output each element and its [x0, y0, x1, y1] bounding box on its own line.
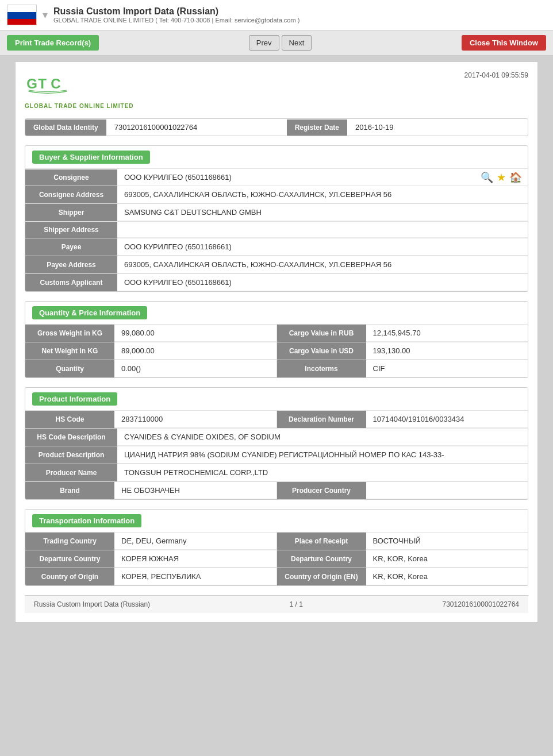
producer-name-value: TONGSUH PETROCHEMICAL CORP.,LTD — [117, 464, 528, 481]
product-desc-value: ЦИАНИД НАТРИЯ 98% (SODIUM CYANIDE) РЕГИС… — [117, 446, 528, 464]
product-desc-label: Product Description — [25, 446, 117, 464]
payee-address-row: Payee Address 693005, САХАЛИНСКАЯ ОБЛАСТ… — [25, 256, 528, 273]
customs-applicant-row: Customs Applicant ООО КУРИЛГЕО (65011686… — [25, 273, 528, 291]
gross-cargo-rub-row: Gross Weight in KG 99,080.00 Cargo Value… — [25, 324, 528, 342]
toolbar-left: Print Trade Record(s) — [7, 35, 99, 51]
doc-datetime: 2017-04-01 09:55:59 — [464, 71, 528, 79]
payee-address-label: Payee Address — [25, 256, 117, 273]
hs-code-desc-label: HS Code Description — [25, 429, 117, 446]
country-origin-row: Country of Origin КОРЕЯ, РЕСПУБЛИКА Coun… — [25, 568, 528, 585]
footer-bar: Russia Custom Import Data (Russian) 1 / … — [25, 595, 528, 613]
producer-country-value — [366, 482, 528, 499]
country-of-origin-en-label: Country of Origin (EN) — [277, 568, 366, 585]
logo-area: G T C GLOBAL TRADE ONLINE LIMITED — [25, 71, 134, 109]
customs-applicant-value: ООО КУРИЛГЕО (6501168661) — [117, 274, 528, 291]
footer-right: 73012016100001022764 — [443, 600, 519, 608]
close-window-button[interactable]: Close This Window — [462, 35, 546, 51]
hs-declaration-row: HS Code 2837110000 Declaration Number 10… — [25, 410, 528, 428]
hs-code-label: HS Code — [25, 411, 114, 428]
gross-weight-value: 99,080.00 — [114, 325, 277, 342]
consignee-value: ООО КУРИЛГЕО (6501168661) — [117, 169, 481, 186]
departure-country-row: Departure Country КОРЕЯ ЮЖНАЯ Departure … — [25, 550, 528, 568]
net-cargo-usd-row: Net Weight in KG 89,000.00 Cargo Value i… — [25, 342, 528, 360]
app-title-block: Russia Custom Import Data (Russian) GLOB… — [53, 6, 299, 24]
departure-country-label: Departure Country — [25, 550, 114, 568]
shipper-label: Shipper — [25, 204, 117, 221]
hs-code-desc-value: CYANIDES & CYANIDE OXIDES, OF SODIUM — [117, 429, 528, 446]
consignee-label: Consignee — [25, 169, 117, 186]
payee-address-value: 693005, САХАЛИНСКАЯ ОБЛАСТЬ, ЮЖНО-САХАЛИ… — [117, 256, 528, 273]
quantity-price-body: Gross Weight in KG 99,080.00 Cargo Value… — [25, 324, 528, 377]
buyer-supplier-title: Buyer & Supplier Information — [32, 151, 150, 164]
identity-row: Global Data Identity 7301201610000102276… — [25, 118, 528, 136]
quantity-price-header: Quantity & Price Information — [25, 302, 528, 324]
toolbar: Print Trade Record(s) Prev Next Close Th… — [0, 30, 553, 56]
net-weight-value: 89,000.00 — [114, 342, 277, 360]
svg-text:T: T — [38, 76, 47, 91]
footer-left: Russia Custom Import Data (Russian) — [34, 600, 150, 608]
transportation-section: Transportation Information Trading Count… — [25, 509, 528, 586]
incoterms-label: Incoterms — [277, 360, 366, 377]
search-icon[interactable]: 🔍 — [481, 171, 493, 184]
home-icon[interactable]: 🏠 — [509, 171, 522, 184]
flag-dropdown-icon[interactable]: ▾ — [43, 9, 48, 21]
quantity-price-section: Quantity & Price Information Gross Weigh… — [25, 301, 528, 378]
gross-weight-label: Gross Weight in KG — [25, 325, 114, 342]
app-subtitle: GLOBAL TRADE ONLINE LIMITED ( Tel: 400-7… — [53, 17, 299, 24]
buyer-supplier-body: Consignee ООО КУРИЛГЕО (6501168661) 🔍 ★ … — [25, 168, 528, 291]
buyer-supplier-section: Buyer & Supplier Information Consignee О… — [25, 145, 528, 292]
trading-receipt-row: Trading Country DE, DEU, Germany Place o… — [25, 532, 528, 550]
shipper-address-label: Shipper Address — [25, 222, 117, 238]
top-bar: ▾ Russia Custom Import Data (Russian) GL… — [0, 0, 553, 30]
prev-button[interactable]: Prev — [249, 35, 279, 51]
cargo-value-usd-label: Cargo Value in USD — [277, 342, 366, 360]
print-button[interactable]: Print Trade Record(s) — [7, 35, 99, 51]
trading-country-label: Trading Country — [25, 533, 114, 550]
transportation-body: Trading Country DE, DEU, Germany Place o… — [25, 532, 528, 585]
consignee-icons: 🔍 ★ 🏠 — [481, 171, 528, 184]
brand-label: Brand — [25, 482, 114, 499]
doc-header: G T C GLOBAL TRADE ONLINE LIMITED 2017-0… — [25, 71, 528, 109]
consignee-address-value: 693005, САХАЛИНСКАЯ ОБЛАСТЬ, ЮЖНО-САХАЛИ… — [117, 186, 528, 203]
product-desc-row: Product Description ЦИАНИД НАТРИЯ 98% (S… — [25, 446, 528, 464]
departure-country2-label: Departure Country — [277, 550, 366, 568]
brand-value: НЕ ОБОЗНАЧЕН — [114, 482, 277, 499]
flag-icon — [7, 5, 37, 25]
departure-country2-value: KR, KOR, Korea — [366, 550, 528, 568]
svg-text:G: G — [26, 76, 37, 91]
place-of-receipt-label: Place of Receipt — [277, 533, 366, 550]
country-of-origin-value: КОРЕЯ, РЕСПУБЛИКА — [114, 568, 277, 585]
place-of-receipt-value: ВОСТОЧНЫЙ — [366, 533, 528, 550]
shipper-address-value — [117, 222, 528, 238]
customs-applicant-label: Customs Applicant — [25, 274, 117, 291]
cargo-value-usd-value: 193,130.00 — [366, 342, 528, 360]
quantity-label: Quantity — [25, 360, 114, 377]
app-title: Russia Custom Import Data (Russian) — [53, 6, 299, 17]
departure-country-value: КОРЕЯ ЮЖНАЯ — [114, 550, 277, 568]
producer-name-label: Producer Name — [25, 464, 117, 481]
payee-value: ООО КУРИЛГЕО (6501168661) — [117, 238, 528, 256]
cargo-value-rub-value: 12,145,945.70 — [366, 325, 528, 342]
product-title: Product Information — [32, 392, 117, 406]
declaration-number-label: Declaration Number — [277, 411, 366, 428]
quantity-value: 0.00() — [114, 360, 277, 377]
next-button[interactable]: Next — [282, 35, 312, 51]
consignee-row: Consignee ООО КУРИЛГЕО (6501168661) 🔍 ★ … — [25, 168, 528, 186]
buyer-supplier-header: Buyer & Supplier Information — [25, 146, 528, 168]
shipper-row: Shipper SAMSUNG C&T DEUTSCHLAND GMBH — [25, 203, 528, 221]
star-icon[interactable]: ★ — [497, 171, 506, 184]
product-header: Product Information — [25, 388, 528, 410]
shipper-address-row: Shipper Address — [25, 221, 528, 238]
product-section: Product Information HS Code 2837110000 D… — [25, 387, 528, 500]
close-window-area: Close This Window — [462, 35, 546, 51]
payee-label: Payee — [25, 238, 117, 256]
trading-country-value: DE, DEU, Germany — [114, 533, 277, 550]
producer-name-row: Producer Name TONGSUH PETROCHEMICAL CORP… — [25, 464, 528, 481]
shipper-value: SAMSUNG C&T DEUTSCHLAND GMBH — [117, 204, 528, 221]
transportation-header: Transportation Information — [25, 510, 528, 532]
payee-row: Payee ООО КУРИЛГЕО (6501168661) — [25, 238, 528, 256]
cargo-value-rub-label: Cargo Value in RUB — [277, 325, 366, 342]
country-of-origin-en-value: KR, KOR, Korea — [366, 568, 528, 585]
hs-code-value: 2837110000 — [114, 411, 277, 428]
top-bar-left: ▾ Russia Custom Import Data (Russian) GL… — [7, 5, 299, 25]
